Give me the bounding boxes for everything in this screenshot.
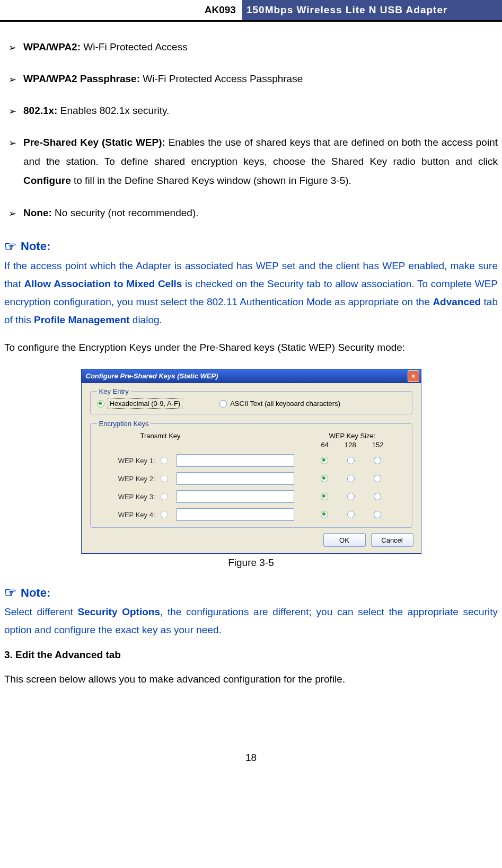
- t: dialog.: [130, 314, 162, 325]
- col-64: 64: [321, 441, 329, 449]
- desc: Enables 802.1x security.: [57, 105, 169, 116]
- bullet-psk: Pre-Shared Key (Static WEP): Enables the…: [8, 133, 498, 190]
- note-body-2: Select different Security Options, the c…: [4, 603, 498, 639]
- size-128-radio[interactable]: [347, 493, 355, 500]
- bullet-list: WPA/WPA2: Wi-Fi Protected Access WPA/WPA…: [4, 38, 498, 223]
- size-152-radio[interactable]: [374, 457, 381, 464]
- hand-icon: ☞: [4, 238, 16, 255]
- t: Security Options: [78, 606, 160, 617]
- enc-keys-group: Encryption Keys Transmit Key WEP Key Siz…: [90, 420, 412, 528]
- legend-enc-keys: Encryption Keys: [97, 420, 151, 428]
- size-64-radio[interactable]: [321, 493, 328, 500]
- label: WEP Key 4:: [97, 511, 155, 519]
- size-64-radio[interactable]: [321, 475, 328, 482]
- header-left: AK093: [0, 4, 242, 16]
- key-row-1: WEP Key 1:: [97, 454, 406, 467]
- titlebar[interactable]: Configure Pre-Shared Keys (Static WEP) ×: [82, 369, 421, 383]
- configure-word: Configure: [23, 175, 71, 186]
- size-128-radio[interactable]: [347, 475, 355, 482]
- size-152-radio[interactable]: [374, 511, 381, 518]
- bullet-wpa-pass: WPA/WPA2 Passphrase: Wi-Fi Protected Acc…: [8, 69, 498, 88]
- page-number: 18: [4, 752, 498, 764]
- note-body-1: If the access point which the Adapter is…: [4, 257, 498, 330]
- desc: Wi-Fi Protected Access: [81, 41, 188, 52]
- desc: No security (not recommended).: [52, 207, 199, 218]
- transmit-radio[interactable]: [161, 493, 168, 500]
- header-right: 150Mbps Wireless Lite N USB Adapter: [242, 0, 502, 20]
- transmit-header: Transmit Key: [97, 432, 224, 449]
- key-row-2: WEP Key 2:: [97, 472, 406, 485]
- size-header: WEP Key Size:: [300, 432, 406, 440]
- bullet-none: None: No security (not recommended).: [8, 203, 498, 223]
- ascii-option[interactable]: ASCII Text (all keyboard characters): [219, 400, 340, 408]
- term: 802.1x:: [23, 105, 57, 116]
- bullet-8021x: 802.1x: Enables 802.1x security.: [8, 101, 498, 120]
- col-152: 152: [372, 441, 384, 449]
- label: WEP Key 1:: [97, 457, 155, 465]
- legend-key-entry: Key Entry: [97, 387, 131, 395]
- t: Advanced: [433, 296, 481, 307]
- ok-button[interactable]: OK: [323, 533, 366, 547]
- pre-keys-para: To configure the Encryption Keys under t…: [4, 339, 498, 357]
- bullet-wpa: WPA/WPA2: Wi-Fi Protected Access: [8, 38, 498, 57]
- transmit-radio[interactable]: [161, 511, 168, 518]
- size-152-radio[interactable]: [374, 475, 381, 482]
- term: WPA/WPA2:: [23, 41, 81, 52]
- note-label: Note:: [21, 586, 50, 600]
- key-row-4: WEP Key 4:: [97, 508, 406, 521]
- page-header: AK093 150Mbps Wireless Lite N USB Adapte…: [0, 0, 502, 22]
- note-label: Note:: [21, 240, 50, 253]
- wep-dialog: Configure Pre-Shared Keys (Static WEP) ×…: [81, 369, 421, 554]
- hex-label: Hexadecimal (0-9, A-F): [108, 398, 183, 409]
- wep-key-2-input[interactable]: [177, 472, 294, 485]
- transmit-radio[interactable]: [161, 475, 168, 482]
- size-64-radio[interactable]: [321, 457, 328, 464]
- hand-icon: ☞: [4, 584, 16, 601]
- ascii-label: ASCII Text (all keyboard characters): [230, 400, 340, 408]
- size-152-radio[interactable]: [374, 493, 381, 500]
- wep-key-4-input[interactable]: [177, 508, 294, 521]
- t: Allow Association to Mixed Cells: [24, 278, 182, 289]
- col-128: 128: [345, 441, 356, 449]
- term: WPA/WPA2 Passphrase:: [23, 73, 140, 84]
- label: WEP Key 2:: [97, 475, 155, 483]
- advanced-para: This screen below allows you to make adv…: [4, 670, 498, 688]
- note-header-1: ☞ Note:: [4, 238, 498, 255]
- term: Pre-Shared Key (Static WEP):: [23, 137, 165, 148]
- radio-icon[interactable]: [219, 400, 227, 408]
- t: Select different: [4, 606, 78, 617]
- radio-icon[interactable]: [97, 400, 104, 408]
- figure-caption: Figure 3-5: [4, 557, 498, 569]
- section-3-heading: 3. Edit the Advanced tab: [4, 649, 498, 661]
- cancel-button[interactable]: Cancel: [371, 533, 413, 547]
- label: WEP Key 3:: [97, 493, 155, 501]
- key-entry-group: Key Entry Hexadecimal (0-9, A-F) ASCII T…: [90, 387, 412, 415]
- wep-key-1-input[interactable]: [177, 454, 294, 467]
- term: None:: [23, 207, 52, 218]
- hex-option[interactable]: Hexadecimal (0-9, A-F): [97, 400, 183, 408]
- desc: Wi-Fi Protected Access Passphrase: [140, 73, 303, 84]
- note-header-2: ☞ Note:: [4, 584, 498, 601]
- size-128-radio[interactable]: [347, 511, 355, 518]
- t: Profile Management: [34, 314, 130, 325]
- key-row-3: WEP Key 3:: [97, 490, 406, 503]
- close-icon[interactable]: ×: [408, 370, 419, 382]
- transmit-radio[interactable]: [161, 457, 168, 464]
- desc2: to fill in the Define Shared Keys window…: [71, 175, 351, 186]
- wep-key-3-input[interactable]: [177, 490, 294, 503]
- size-64-radio[interactable]: [321, 511, 328, 518]
- dialog-title: Configure Pre-Shared Keys (Static WEP): [86, 372, 218, 380]
- size-128-radio[interactable]: [347, 457, 355, 464]
